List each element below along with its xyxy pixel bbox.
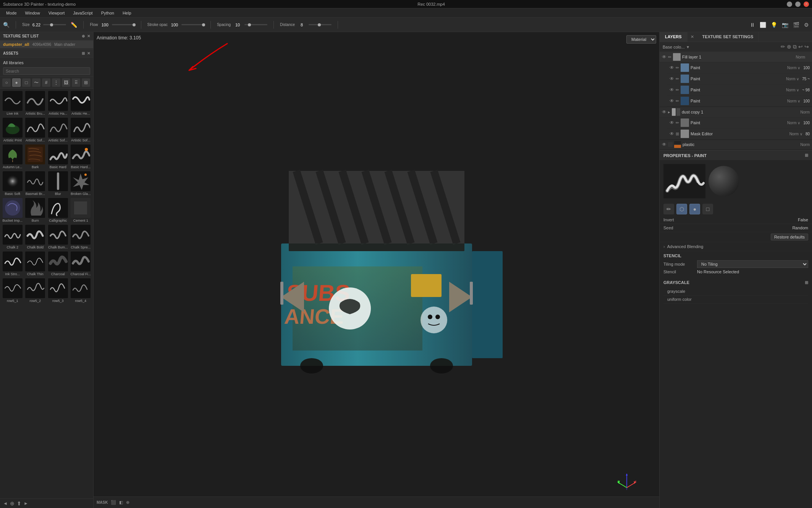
texture-set-close-icon[interactable]: ✕: [87, 34, 90, 38]
brush-item-artistic-sof3[interactable]: Artistic Sof...: [70, 117, 92, 143]
close-button[interactable]: ✕: [804, 2, 809, 7]
light-icon[interactable]: 💡: [771, 22, 777, 28]
brush-item-basic-hard[interactable]: Basic Hard: [47, 144, 69, 170]
paint-2-edit[interactable]: ✏: [676, 76, 679, 81]
brush-type-dots[interactable]: ⠿: [72, 78, 80, 87]
fill-layer-1-header[interactable]: 👁 ✏ Fill layer 1 Norm: [660, 52, 812, 62]
dust-copy-eye[interactable]: 👁: [662, 109, 666, 115]
menu-help[interactable]: Help: [119, 10, 135, 16]
brush-item-row8-1[interactable]: row5_1: [2, 278, 23, 304]
layers-tab[interactable]: LAYERS: [660, 32, 687, 42]
brush-item-row8-2[interactable]: row5_2: [24, 278, 46, 304]
viewport[interactable]: Animation time: 3.105 Material: [94, 32, 659, 508]
brush-item-chalk-bump[interactable]: Chalk Bum...: [47, 224, 69, 250]
base-color-dropdown[interactable]: ▾: [687, 44, 689, 50]
mask-icon-2[interactable]: ◧: [119, 500, 123, 505]
frame-icon[interactable]: ⬜: [760, 22, 766, 28]
paint-2-eye[interactable]: 👁: [670, 76, 674, 81]
brush-item-chalk-thin[interactable]: Chalk Thin: [24, 251, 46, 277]
paint-layer-1[interactable]: 👁 ✏ Paint Norm ∨ 100: [667, 62, 812, 73]
settings-icon[interactable]: ⚙: [804, 22, 809, 28]
prop-brush-icon[interactable]: ✏: [663, 204, 674, 214]
mask-icon-1[interactable]: ⬛: [111, 500, 116, 505]
layer-tool-4[interactable]: ↩: [798, 44, 803, 50]
brush-item-row8-4[interactable]: row5_4: [70, 278, 92, 304]
prop-square-icon[interactable]: □: [702, 204, 713, 214]
paint-layer-3[interactable]: 👁 ✏ Paint Norm ∨ ~ 98: [667, 84, 812, 96]
pause-icon[interactable]: ⏸: [750, 22, 755, 28]
brush-item-autumn[interactable]: Autumn Le...: [2, 144, 23, 170]
dust-paint-1-eye[interactable]: 👁: [670, 120, 674, 125]
fill-layer-1-vis-icon[interactable]: 👁: [662, 54, 666, 60]
brush-item-blur[interactable]: Blur: [47, 170, 69, 196]
paint-1-eye[interactable]: 👁: [670, 65, 674, 70]
brush-item-artistic-sof2[interactable]: Artistic Sof...: [47, 117, 69, 143]
dust-mask-eye[interactable]: 👁: [670, 131, 674, 136]
tiling-mode-select[interactable]: No Tiling: [697, 260, 808, 268]
search-icon[interactable]: 🔍: [3, 22, 10, 28]
paint-layer-2[interactable]: 👁 ✏ Paint Norm ∨ 75 ~: [667, 73, 812, 84]
prop-circle-icon[interactable]: ●: [689, 204, 700, 214]
search-input[interactable]: [3, 67, 90, 75]
stroke-opac-slider[interactable]: [181, 24, 204, 25]
brush-item-basmati[interactable]: Basmati Br...: [24, 170, 46, 196]
paint-4-edit[interactable]: ✏: [676, 99, 679, 104]
camera-icon[interactable]: 📷: [782, 22, 788, 28]
mask-icon-3[interactable]: ⊕: [126, 500, 129, 505]
brush-item-charcoal[interactable]: Charcoal: [47, 251, 69, 277]
plastic-header[interactable]: 👁 plastic Norm: [660, 140, 812, 149]
brush-item-live-ink[interactable]: Live Ink: [2, 90, 23, 116]
maximize-button[interactable]: □: [795, 2, 801, 7]
dust-copy-fold[interactable]: ▸: [668, 110, 670, 115]
menu-javascript[interactable]: JavaScript: [69, 10, 96, 16]
render-icon[interactable]: 🎬: [793, 22, 799, 28]
brush-item-ink-stro[interactable]: Ink Stro...: [2, 251, 23, 277]
paint-3-eye[interactable]: 👁: [670, 87, 674, 93]
prev-page-icon[interactable]: ◄: [3, 501, 8, 506]
brush-item-artistic-print[interactable]: Artistic Print: [2, 117, 23, 143]
flow-slider[interactable]: [112, 24, 135, 25]
dust-mask-editor[interactable]: 👁 ⊞ Mask Editor Norm ∨ 80: [667, 128, 812, 140]
layers-tab-close[interactable]: ✕: [687, 32, 697, 42]
prop-texture-icon[interactable]: ⬡: [676, 204, 687, 214]
texture-set-item[interactable]: dumpster_all 4096x4096 Main shader: [0, 41, 93, 49]
brush-type-square[interactable]: □: [22, 78, 31, 87]
minimize-button[interactable]: _: [787, 2, 792, 7]
brush-type-image[interactable]: 🖼: [62, 78, 70, 87]
brush-item-artistic-bru[interactable]: Artistic Bru...: [24, 90, 46, 116]
brush-item-artistic-ha[interactable]: Artistic Ha...: [47, 90, 69, 116]
brush-type-circle-fill[interactable]: ●: [12, 78, 21, 87]
layer-tool-1[interactable]: ✏: [781, 44, 785, 50]
brushes-grid-icon[interactable]: ⊞: [82, 51, 85, 55]
material-dropdown[interactable]: Material: [626, 35, 656, 44]
size-slider[interactable]: [43, 24, 66, 25]
brush-item-chalk2[interactable]: Chalk 2: [2, 224, 23, 250]
paint-1-edit[interactable]: ✏: [676, 65, 679, 70]
brush-item-basic-soft[interactable]: Basic Soft: [2, 170, 23, 196]
spacing-slider[interactable]: [244, 24, 267, 25]
brush-item-broken-glass[interactable]: Broken Gla...: [70, 170, 92, 196]
brush-item-chalk-bold[interactable]: Chalk Bold: [24, 224, 46, 250]
menu-viewport[interactable]: Viewport: [45, 10, 69, 16]
paint-3-edit[interactable]: ✏: [676, 88, 679, 93]
material-selector[interactable]: Material: [626, 35, 656, 44]
brush-item-artistic-he[interactable]: Artistic He...: [70, 90, 92, 116]
brush-icon[interactable]: ✏️: [71, 22, 77, 28]
next-page-icon[interactable]: ►: [24, 501, 28, 506]
brush-type-extra[interactable]: ⊞: [82, 78, 90, 87]
restore-defaults-button[interactable]: Restore defaults: [771, 234, 808, 240]
dust-paint-1-edit[interactable]: ✏: [676, 120, 679, 125]
grayscale-settings-icon[interactable]: ⊞: [805, 280, 808, 285]
paint-layer-4[interactable]: 👁 ✏ Paint Norm ∨ 100: [667, 96, 812, 107]
dust-mask-edit[interactable]: ⊞: [676, 131, 679, 136]
layer-tool-3[interactable]: ⧉: [793, 44, 797, 50]
advanced-blending-toggle[interactable]: › Advanced Blending: [660, 242, 812, 251]
brush-type-hash[interactable]: ⋮: [52, 78, 60, 87]
brush-item-bark[interactable]: Bark: [24, 144, 46, 170]
brush-item-basic-hard2[interactable]: Basic Hard...: [70, 144, 92, 170]
brush-item-row8-3[interactable]: row5_3: [47, 278, 69, 304]
fill-layer-1-edit-icon[interactable]: ✏: [668, 55, 671, 60]
properties-icon[interactable]: ⊞: [805, 153, 808, 158]
import-brush-icon[interactable]: ⬆: [17, 500, 21, 506]
texture-set-add-icon[interactable]: ⊕: [82, 34, 85, 38]
